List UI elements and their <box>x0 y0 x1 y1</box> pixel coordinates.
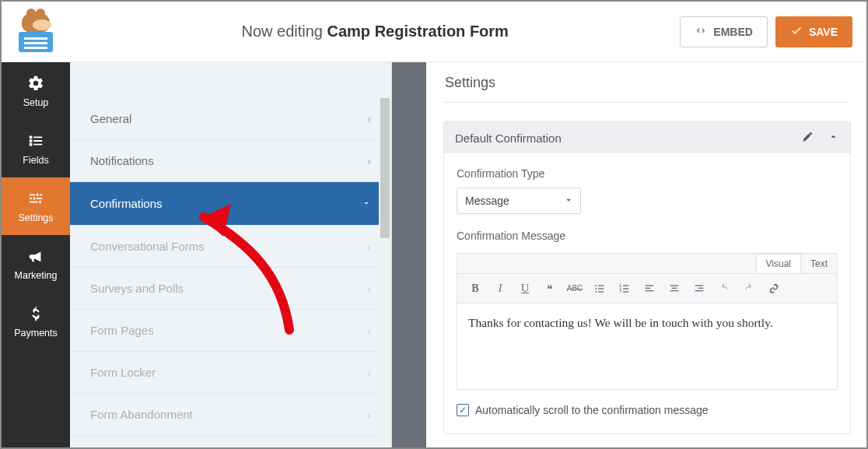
chevron-down-icon <box>362 197 371 210</box>
sidebar-item-notifications[interactable]: Notifications › <box>70 140 391 182</box>
autoscroll-label: Automatically scroll to the confirmation… <box>475 404 709 416</box>
nav-label: Marketing <box>15 270 58 281</box>
sidebar-item-label: Form Abandonment <box>90 408 193 421</box>
svg-rect-14 <box>646 290 654 291</box>
sidebar-item-label: Form Pages <box>90 324 154 337</box>
svg-rect-11 <box>623 291 628 292</box>
card-title: Default Confirmation <box>455 132 562 145</box>
sidebar-item-general[interactable]: General › <box>70 98 391 140</box>
svg-rect-18 <box>695 285 704 286</box>
align-left-button[interactable] <box>638 278 661 300</box>
svg-rect-17 <box>670 290 679 291</box>
save-label: SAVE <box>809 26 838 38</box>
editor-tabs: Visual Text <box>457 254 837 274</box>
sidebar-item-label: Surveys and Polls <box>90 282 184 295</box>
chevron-right-icon: › <box>367 408 371 421</box>
link-button[interactable] <box>762 278 786 300</box>
sidebar-item-conversational-forms[interactable]: Conversational Forms › <box>70 226 391 268</box>
top-actions: EMBED SAVE <box>680 16 866 47</box>
chevron-up-icon[interactable] <box>828 131 839 145</box>
nav-label: Settings <box>18 212 53 223</box>
list-icon <box>26 132 45 150</box>
blockquote-button[interactable]: ❝ <box>538 278 562 300</box>
align-right-button[interactable] <box>688 278 711 300</box>
svg-rect-9 <box>623 288 628 289</box>
svg-rect-13 <box>646 287 651 288</box>
nav-payments[interactable]: Payments <box>2 293 70 350</box>
confirmation-type-label: Confirmation Type <box>457 167 838 180</box>
nav-fields[interactable]: Fields <box>2 120 70 177</box>
top-bar: Now editing Camp Registration Form EMBED… <box>2 2 866 62</box>
svg-rect-5 <box>598 291 604 292</box>
save-button[interactable]: SAVE <box>775 16 852 47</box>
nav-label: Fields <box>23 155 48 166</box>
editing-prefix: Now editing <box>241 23 327 40</box>
strikethrough-button[interactable]: ABC <box>563 278 586 300</box>
sidebar-item-form-abandonment[interactable]: Form Abandonment › <box>70 394 391 436</box>
bullet-list-button[interactable] <box>588 278 611 300</box>
autoscroll-row: ✓ Automatically scroll to the confirmati… <box>457 404 838 416</box>
editor-toolbar: B I U ❝ ABC 123 <box>457 274 837 303</box>
wpforms-bear-logo <box>16 12 56 52</box>
chevron-right-icon: › <box>367 366 371 379</box>
underline-button[interactable]: U <box>513 278 537 300</box>
settings-sidebar: General › Notifications › Confirmations … <box>70 62 392 447</box>
nav-setup[interactable]: Setup <box>2 62 70 120</box>
align-center-button[interactable] <box>663 278 686 300</box>
check-icon <box>790 24 803 39</box>
sidebar-item-label: Conversational Forms <box>90 240 205 253</box>
svg-rect-7 <box>623 285 628 286</box>
edit-icon[interactable] <box>802 131 814 145</box>
nav-label: Payments <box>14 328 58 339</box>
sidebar-item-surveys-polls[interactable]: Surveys and Polls › <box>70 268 391 310</box>
svg-rect-20 <box>695 290 704 291</box>
bullhorn-icon <box>26 247 45 265</box>
app-logo <box>2 2 70 62</box>
nav-settings[interactable]: Settings <box>2 177 70 235</box>
divider <box>443 102 849 103</box>
svg-rect-16 <box>672 287 677 288</box>
message-editor: Visual Text B I U ❝ ABC 123 <box>457 253 838 390</box>
dollar-icon <box>26 304 45 323</box>
svg-point-2 <box>595 288 597 289</box>
nav-label: Setup <box>23 97 49 108</box>
chevron-right-icon: › <box>367 154 371 167</box>
numbered-list-button[interactable]: 123 <box>613 278 636 300</box>
scrollbar-thumb[interactable] <box>380 98 390 238</box>
autoscroll-checkbox[interactable]: ✓ <box>457 404 469 416</box>
confirmation-card: Default Confirmation Confirmation Type M… <box>443 121 851 434</box>
sliders-icon <box>26 189 45 208</box>
sidebar-item-label: Form Locker <box>90 366 156 379</box>
svg-rect-12 <box>646 285 654 286</box>
confirmation-message-label: Confirmation Message <box>457 230 838 242</box>
undo-button[interactable] <box>712 278 736 300</box>
redo-button[interactable] <box>737 278 761 300</box>
code-icon <box>695 24 707 39</box>
gear-icon <box>26 74 45 93</box>
chevron-right-icon: › <box>367 324 371 337</box>
sidebar-item-confirmations[interactable]: Confirmations <box>70 182 391 226</box>
bold-button[interactable]: B <box>464 278 487 300</box>
svg-rect-1 <box>598 285 604 286</box>
editor-tab-visual[interactable]: Visual <box>756 254 800 273</box>
panel-gutter <box>392 62 426 447</box>
chevron-right-icon: › <box>367 240 371 253</box>
svg-rect-19 <box>698 287 704 288</box>
embed-button[interactable]: EMBED <box>680 16 768 47</box>
message-textarea[interactable]: Thanks for contacting us! We will be in … <box>457 303 837 389</box>
sidebar-item-label: Confirmations <box>90 197 163 210</box>
card-header: Default Confirmation <box>444 122 850 153</box>
confirmation-type-select[interactable]: Message <box>457 188 581 214</box>
svg-text:3: 3 <box>619 289 621 293</box>
editor-tab-text[interactable]: Text <box>800 254 837 273</box>
sidebar-item-form-pages[interactable]: Form Pages › <box>70 310 391 352</box>
sidebar-item-label: General <box>90 112 131 125</box>
nav-marketing[interactable]: Marketing <box>2 235 70 293</box>
left-nav: Setup Fields Settings Marketing Payments <box>2 62 70 447</box>
sidebar-scrollbar[interactable] <box>379 98 391 447</box>
sidebar-item-label: Notifications <box>90 154 154 167</box>
svg-rect-3 <box>598 288 604 289</box>
sidebar-item-form-locker[interactable]: Form Locker › <box>70 352 391 394</box>
editing-title: Now editing Camp Registration Form <box>70 23 680 40</box>
italic-button[interactable]: I <box>488 278 512 300</box>
